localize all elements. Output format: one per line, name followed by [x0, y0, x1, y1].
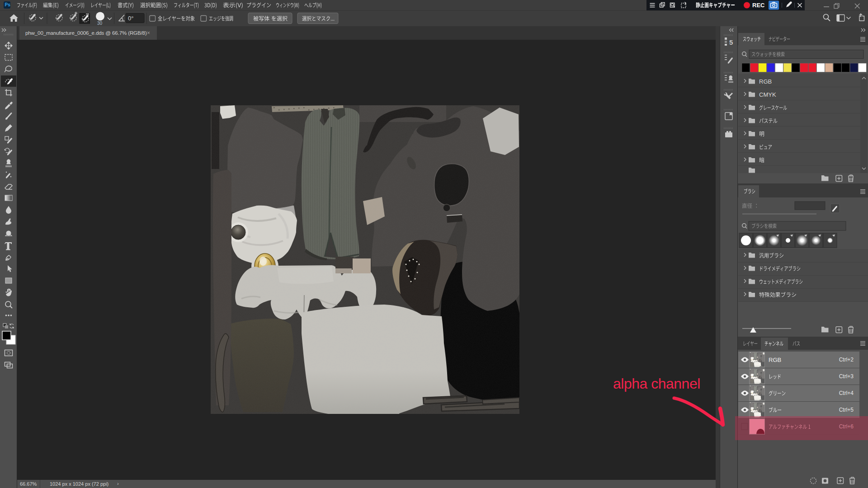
- svg-text:Ctrl+2: Ctrl+2: [839, 357, 854, 363]
- svg-text:5: 5: [729, 38, 733, 46]
- svg-text:RGB: RGB: [769, 357, 781, 363]
- svg-text:CMYK: CMYK: [759, 91, 776, 98]
- svg-text:Ctrl+4: Ctrl+4: [839, 390, 854, 396]
- svg-text:Ctrl+3: Ctrl+3: [839, 373, 854, 380]
- svg-text:RGB: RGB: [759, 78, 772, 85]
- svg-text:Ctrl+5: Ctrl+5: [839, 407, 854, 413]
